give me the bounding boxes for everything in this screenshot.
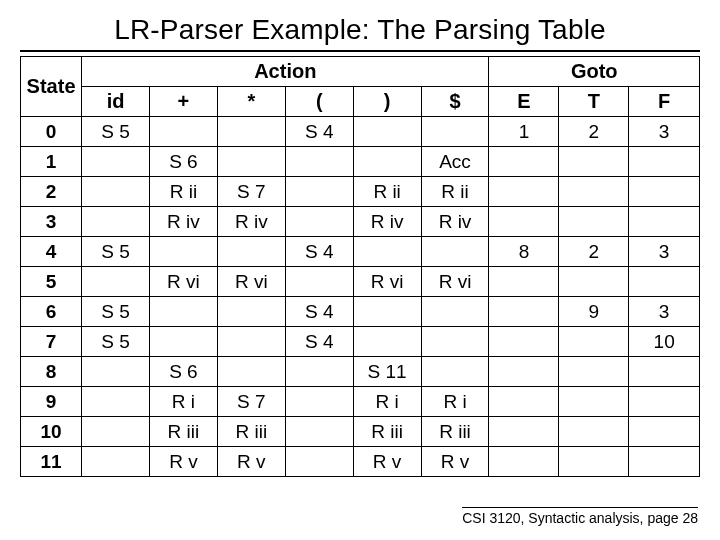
cell-rpar <box>353 237 421 267</box>
col-id: id <box>82 87 150 117</box>
cell-rpar <box>353 297 421 327</box>
cell-plus <box>150 297 218 327</box>
table-row: 9R iS 7R iR i <box>21 387 700 417</box>
cell-dol: Acc <box>421 147 489 177</box>
cell-F: 3 <box>629 237 700 267</box>
cell-lpar <box>285 147 353 177</box>
cell-E <box>489 147 559 177</box>
cell-star: R iv <box>217 207 285 237</box>
cell-dol: R vi <box>421 267 489 297</box>
cell-id <box>82 207 150 237</box>
table-row: 10R iiiR iiiR iiiR iii <box>21 417 700 447</box>
cell-star <box>217 357 285 387</box>
cell-plus <box>150 117 218 147</box>
state-cell: 10 <box>21 417 82 447</box>
col-star: * <box>217 87 285 117</box>
col-F: F <box>629 87 700 117</box>
cell-dol: R iv <box>421 207 489 237</box>
cell-plus: R i <box>150 387 218 417</box>
cell-star <box>217 147 285 177</box>
cell-T <box>559 357 629 387</box>
cell-dol <box>421 297 489 327</box>
cell-F <box>629 357 700 387</box>
slide-footer: CSI 3120, Syntactic analysis, page 28 <box>462 507 698 526</box>
table-row: 7S 5S 410 <box>21 327 700 357</box>
cell-star <box>217 297 285 327</box>
cell-F <box>629 207 700 237</box>
cell-rpar: R v <box>353 447 421 477</box>
cell-star: R iii <box>217 417 285 447</box>
cell-E <box>489 387 559 417</box>
table-row: 4S 5S 4823 <box>21 237 700 267</box>
cell-dol: R i <box>421 387 489 417</box>
state-cell: 9 <box>21 387 82 417</box>
cell-T <box>559 267 629 297</box>
cell-T: 9 <box>559 297 629 327</box>
cell-plus <box>150 237 218 267</box>
table-row: 2R iiS 7R iiR ii <box>21 177 700 207</box>
cell-T <box>559 147 629 177</box>
cell-lpar: S 4 <box>285 237 353 267</box>
cell-plus: S 6 <box>150 147 218 177</box>
cell-star: R vi <box>217 267 285 297</box>
cell-E: 1 <box>489 117 559 147</box>
cell-rpar: S 11 <box>353 357 421 387</box>
table-body: 0S 5S 41231S 6Acc2R iiS 7R iiR ii3R ivR … <box>21 117 700 477</box>
cell-plus: R ii <box>150 177 218 207</box>
cell-star <box>217 327 285 357</box>
cell-E <box>489 327 559 357</box>
cell-dol: R ii <box>421 177 489 207</box>
table-row: 8S 6S 11 <box>21 357 700 387</box>
cell-T: 2 <box>559 237 629 267</box>
cell-id: S 5 <box>82 237 150 267</box>
cell-E <box>489 177 559 207</box>
cell-E: 8 <box>489 237 559 267</box>
cell-E <box>489 447 559 477</box>
header-row-2: id + * ( ) $ E T F <box>21 87 700 117</box>
cell-lpar <box>285 267 353 297</box>
cell-id <box>82 177 150 207</box>
state-cell: 5 <box>21 267 82 297</box>
state-cell: 1 <box>21 147 82 177</box>
cell-F: 3 <box>629 117 700 147</box>
col-T: T <box>559 87 629 117</box>
table-row: 5R viR viR viR vi <box>21 267 700 297</box>
cell-E <box>489 207 559 237</box>
state-cell: 2 <box>21 177 82 207</box>
cell-plus: R v <box>150 447 218 477</box>
cell-id <box>82 417 150 447</box>
cell-F <box>629 447 700 477</box>
cell-lpar <box>285 177 353 207</box>
table-row: 11R vR vR vR v <box>21 447 700 477</box>
cell-rpar <box>353 147 421 177</box>
cell-lpar: S 4 <box>285 117 353 147</box>
cell-lpar <box>285 357 353 387</box>
state-cell: 7 <box>21 327 82 357</box>
cell-T <box>559 417 629 447</box>
cell-T <box>559 177 629 207</box>
slide-title: LR-Parser Example: The Parsing Table <box>20 14 700 52</box>
cell-plus: R iv <box>150 207 218 237</box>
cell-plus: S 6 <box>150 357 218 387</box>
cell-id: S 5 <box>82 117 150 147</box>
table-row: 3R ivR ivR ivR iv <box>21 207 700 237</box>
col-action: Action <box>82 57 489 87</box>
cell-T <box>559 207 629 237</box>
cell-F <box>629 387 700 417</box>
cell-T: 2 <box>559 117 629 147</box>
cell-plus <box>150 327 218 357</box>
cell-dol <box>421 237 489 267</box>
cell-rpar: R iv <box>353 207 421 237</box>
cell-id: S 5 <box>82 327 150 357</box>
cell-T <box>559 387 629 417</box>
cell-id <box>82 387 150 417</box>
cell-plus: R vi <box>150 267 218 297</box>
state-cell: 8 <box>21 357 82 387</box>
slide: LR-Parser Example: The Parsing Table Sta… <box>0 0 720 540</box>
col-lpar: ( <box>285 87 353 117</box>
cell-dol <box>421 357 489 387</box>
state-cell: 11 <box>21 447 82 477</box>
cell-rpar <box>353 327 421 357</box>
cell-F <box>629 147 700 177</box>
cell-plus: R iii <box>150 417 218 447</box>
